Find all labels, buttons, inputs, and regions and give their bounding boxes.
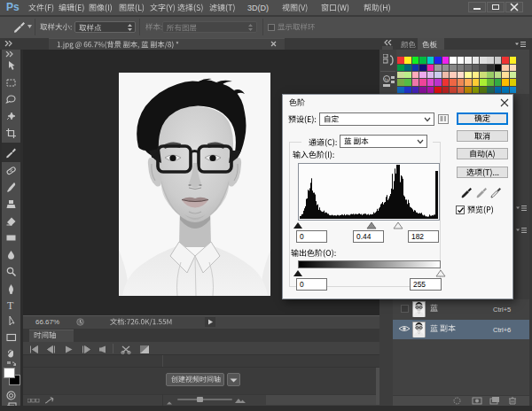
svg-text:T: T (7, 299, 14, 311)
svg-text:fx: fx (385, 77, 389, 82)
